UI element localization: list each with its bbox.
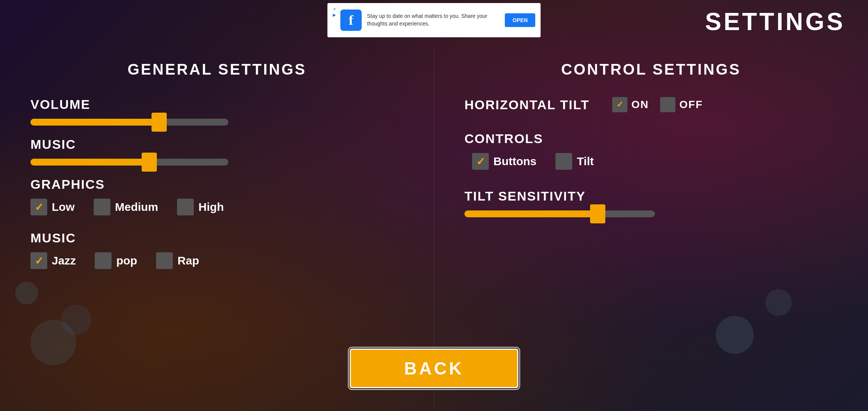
horizontal-tilt-on-checkbox[interactable]: ✓	[612, 97, 627, 112]
tilt-sensitivity-label: TILT SENSITIVITY	[464, 189, 838, 204]
checkmark-icon: ✓	[35, 201, 43, 213]
controls-tilt[interactable]: Tilt	[555, 153, 594, 170]
ad-close-icon[interactable]: ✕	[333, 7, 336, 12]
graphics-medium-checkbox[interactable]	[94, 199, 110, 215]
controls-tilt-label: Tilt	[577, 155, 594, 168]
graphics-high-label: High	[198, 201, 224, 213]
music-slider-track[interactable]	[30, 159, 228, 166]
music-type-setting: Music ✓ Jazz pop Rap	[30, 231, 404, 269]
music-jazz-label: Jazz	[52, 254, 76, 267]
controls-buttons-checkbox[interactable]: ✓	[472, 153, 489, 170]
graphics-low[interactable]: ✓ Low	[30, 199, 75, 215]
horizontal-tilt-label: HORIZONTAL TILT	[464, 97, 589, 112]
music-pop[interactable]: pop	[95, 252, 137, 269]
controls-label: CONTROLS	[464, 131, 838, 146]
music-rap-label: Rap	[177, 254, 199, 267]
checkmark-tilt-on-icon: ✓	[616, 100, 623, 110]
music-volume-label: MUSIC	[30, 137, 404, 152]
back-button[interactable]: BACK	[350, 349, 519, 388]
music-type-label: Music	[30, 231, 404, 245]
controls-tilt-checkbox[interactable]	[555, 153, 572, 170]
graphics-label: GRAPHICS	[30, 177, 404, 192]
music-jazz[interactable]: ✓ Jazz	[30, 252, 76, 269]
ad-arrow-icon: ▶	[333, 13, 336, 18]
graphics-medium-label: Medium	[115, 201, 158, 213]
music-pop-checkbox[interactable]	[95, 252, 112, 269]
control-settings-title: CONTROL SETTINGS	[464, 61, 838, 78]
horizontal-tilt-off-label: OFF	[679, 99, 703, 111]
checkmark-jazz-icon: ✓	[35, 255, 43, 267]
horizontal-tilt-off-checkbox[interactable]	[660, 97, 675, 112]
checkmark-buttons-icon: ✓	[476, 155, 485, 168]
back-button-container: BACK	[350, 349, 519, 388]
tilt-sensitivity-setting: TILT SENSITIVITY	[464, 189, 838, 217]
ad-close-area: ✕ ▶	[333, 7, 336, 18]
graphics-options: ✓ Low Medium High	[30, 199, 404, 215]
music-rap[interactable]: Rap	[156, 252, 199, 269]
horizontal-tilt-on-label: ON	[631, 99, 649, 111]
page-title: SETTINGS	[705, 8, 845, 36]
volume-setting: VOLUME	[30, 97, 404, 126]
ad-logo-letter: f	[349, 12, 353, 28]
controls-buttons[interactable]: ✓ Buttons	[472, 153, 536, 170]
volume-slider-thumb[interactable]	[152, 113, 167, 132]
volume-slider-track[interactable]	[30, 119, 228, 126]
controls-setting: CONTROLS ✓ Buttons Tilt	[464, 131, 838, 170]
music-slider-thumb[interactable]	[142, 153, 157, 172]
music-slider-fill	[30, 159, 149, 166]
ad-banner: ✕ ▶ f Stay up to date on what matters to…	[327, 3, 541, 37]
graphics-low-checkbox[interactable]: ✓	[30, 199, 47, 215]
music-rap-checkbox[interactable]	[156, 252, 173, 269]
controls-options: ✓ Buttons Tilt	[472, 153, 838, 170]
graphics-setting: GRAPHICS ✓ Low Medium High	[30, 177, 404, 215]
horizontal-tilt-setting: HORIZONTAL TILT ✓ ON OFF	[464, 97, 838, 112]
music-type-options: ✓ Jazz pop Rap	[30, 252, 404, 269]
music-jazz-checkbox[interactable]: ✓	[30, 252, 47, 269]
controls-buttons-label: Buttons	[493, 155, 536, 168]
ad-logo: f	[340, 10, 362, 31]
graphics-medium[interactable]: Medium	[94, 199, 158, 215]
tilt-sensitivity-slider-track[interactable]	[464, 210, 655, 217]
volume-label: VOLUME	[30, 97, 404, 112]
general-settings-title: GENERAL SETTINGS	[30, 61, 404, 78]
ad-open-button[interactable]: OPEN	[505, 13, 535, 27]
graphics-high-checkbox[interactable]	[177, 199, 194, 215]
tilt-sensitivity-slider-thumb[interactable]	[590, 204, 605, 223]
horizontal-tilt-on[interactable]: ✓ ON	[612, 97, 649, 112]
graphics-low-label: Low	[52, 201, 75, 213]
music-volume-setting: MUSIC	[30, 137, 404, 166]
tilt-sensitivity-slider-fill	[464, 210, 598, 217]
ad-text: Stay up to date on what matters to you. …	[367, 13, 499, 27]
horizontal-tilt-off[interactable]: OFF	[660, 97, 703, 112]
graphics-high[interactable]: High	[177, 199, 224, 215]
music-pop-label: pop	[116, 254, 137, 267]
volume-slider-fill	[30, 119, 159, 126]
